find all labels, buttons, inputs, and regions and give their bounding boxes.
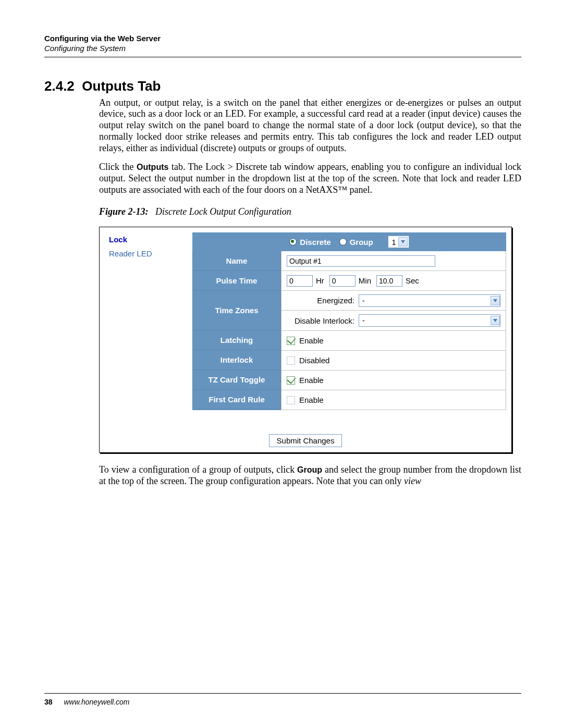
footer-url: www.honeywell.com [64,698,129,706]
tz-disable-row: Disable Interlock: - [282,311,506,330]
label-tzcard: TZ Card Toggle [192,370,281,390]
view-italic: view [404,476,421,486]
config-grid: Name Pulse Time Time Zones Latching Inte… [192,251,506,410]
firstcard-checkbox[interactable] [287,396,295,404]
submit-wrap: Submit Changes [100,434,511,447]
figure-label: Figure 2-13: [99,206,149,217]
pulse-sec-unit: Sec [406,276,419,285]
config-panel: Discrete Group 1 Name Pulse Time Time Zo… [192,232,506,410]
latching-checkbox[interactable] [287,337,295,345]
interlock-checkbox[interactable] [287,356,295,365]
pulse-hr-input[interactable] [287,275,313,287]
firstcard-text: Enable [299,396,324,404]
tz-disable-label: Disable Interlock: [287,316,354,325]
output-number-select[interactable]: 1 [388,236,409,248]
output-number-value: 1 [389,238,398,246]
labels-column: Name Pulse Time Time Zones Latching Inte… [192,251,281,410]
paragraph-2: Click the Outputs tab. The Lock > Discre… [99,162,521,196]
chevron-down-icon [398,237,408,246]
fields-column: Hr Min Sec Energized: - [281,251,506,410]
paragraph-3: To view a configuration of a group of ou… [99,464,521,487]
sidebar-item-lock[interactable]: Lock [109,232,152,246]
section-body-2: To view a configuration of a group of ou… [99,464,521,487]
name-input[interactable] [287,255,435,267]
header-rule [44,57,521,57]
pulse-min-input[interactable] [329,275,356,287]
tzcard-text: Enable [299,376,324,385]
timezones-row: Energized: - Disable Interlock: [281,291,506,331]
label-name: Name [192,251,281,271]
figure-caption: Figure 2-13: Discrete Lock Output Config… [99,206,521,217]
interlock-text: Disabled [299,356,329,365]
page-number: 38 [44,698,53,706]
section-body: An output, or output relay, is a switch … [99,97,521,196]
latching-text: Enable [299,336,324,345]
radio-group-label: Group [350,238,373,246]
interlock-row: Disabled [281,351,506,371]
group-ref: Group [297,465,322,474]
tzcard-checkbox[interactable] [287,376,295,385]
name-row [281,251,506,271]
figure-screenshot: Lock Reader LED Discrete Group 1 [99,227,512,453]
section-number: 2.4.2 [44,78,75,94]
page-header: Configuring via the Web Server Configuri… [44,34,521,54]
tz-energized-label: Energized: [287,296,354,305]
pulse-hr-unit: Hr [316,276,324,285]
outputs-tab-ref: Outputs [137,163,168,171]
label-timezones: Time Zones [192,291,281,330]
latching-row: Enable [281,331,506,351]
label-latching: Latching [192,330,281,350]
radio-discrete-label: Discrete [300,238,331,246]
label-interlock: Interlock [192,350,281,370]
header-title: Configuring via the Web Server [44,34,521,44]
tz-disable-value: - [362,316,365,325]
pulse-row: Hr Min Sec [281,271,506,291]
firstcard-row: Enable [281,390,506,410]
label-pulse: Pulse Time [192,271,281,291]
paragraph-1: An output, or output relay, is a switch … [99,97,521,155]
pulse-min-unit: Min [359,276,371,285]
tz-energized-select[interactable]: - [359,294,500,307]
radio-discrete[interactable] [289,238,297,245]
output-type-sidebar: Lock Reader LED [109,232,152,261]
chevron-down-icon [491,316,500,325]
section-title: Outputs Tab [82,78,161,94]
figure-title: Discrete Lock Output Configuration [155,206,291,217]
radio-group[interactable] [339,238,347,245]
mode-bar: Discrete Group 1 [192,232,506,251]
tz-disable-select[interactable]: - [359,314,500,327]
page-footer: 38 www.honeywell.com [44,693,521,706]
tz-energized-value: - [362,297,365,305]
sidebar-item-reader-led[interactable]: Reader LED [109,246,152,261]
chevron-down-icon [491,296,500,305]
section-heading: 2.4.2 Outputs Tab [44,78,521,94]
tz-energized-row: Energized: - [282,291,506,311]
submit-changes-button[interactable]: Submit Changes [269,434,342,447]
tzcard-row: Enable [281,371,506,390]
pulse-sec-input[interactable] [376,275,402,287]
label-firstcard: First Card Rule [192,390,281,410]
header-subtitle: Configuring the System [44,44,521,54]
